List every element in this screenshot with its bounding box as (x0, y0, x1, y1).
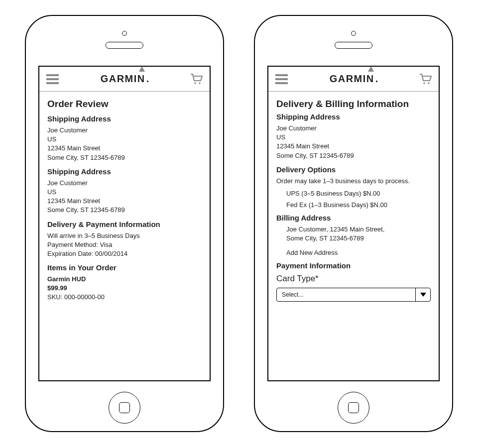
camera-icon (122, 31, 127, 36)
ship-name: Joe Customer (276, 124, 431, 133)
hamburger-icon[interactable] (46, 74, 59, 84)
item-price: $99.99 (47, 284, 202, 293)
brand-delta-icon (368, 66, 374, 72)
expiry-text: Expiration Date: 00/00/2014 (47, 249, 202, 258)
page-title: Order Review (47, 99, 202, 110)
ship-street: 12345 Main Street (47, 197, 202, 206)
app-header: GARMIN. (268, 67, 439, 92)
shipping-address-1: Joe Customer US 12345 Main Street Some C… (47, 126, 202, 162)
payment-method-text: Payment Method: Visa (47, 240, 202, 249)
shipping-address-2: Joe Customer US 12345 Main Street Some C… (47, 179, 202, 215)
shipping-address: Joe Customer US 12345 Main Street Some C… (276, 124, 431, 160)
ship-city: Some City, ST 12345-6789 (47, 153, 202, 162)
billing-line2: Some City, ST 12345-6789 (286, 234, 431, 243)
phone-right: GARMIN. Delivery & Billing Information S… (254, 15, 453, 432)
delivery-option-fedex[interactable]: Fed Ex (1–3 Business Days) $N.00 (276, 201, 431, 209)
speaker-icon (106, 42, 143, 49)
hamburger-icon[interactable] (275, 74, 288, 84)
shipping-address-heading-2: Shipping Address (47, 167, 202, 176)
brand-delta-icon (139, 66, 145, 72)
delivery-option-ups[interactable]: UPS (3–5 Business Days) $N.00 (276, 190, 431, 197)
delivery-payment-info: Will arrive in 3–5 Business Days Payment… (47, 231, 202, 259)
billing-line1: Joe Customer, 12345 Main Street, (286, 225, 431, 234)
phone-top-hardware (255, 16, 452, 64)
page-title: Delivery & Billing Information (276, 99, 431, 110)
home-button[interactable] (338, 392, 369, 424)
camera-icon (351, 31, 356, 36)
screen-left: GARMIN. Order Review Shipping Address Jo… (38, 66, 211, 381)
svg-point-3 (428, 82, 430, 84)
item-sku: SKU: 000-00000-00 (47, 293, 202, 302)
cart-icon[interactable] (420, 74, 432, 85)
home-square-icon (119, 402, 130, 413)
delivery-note: Order may take 1–3 business days to proc… (276, 177, 431, 186)
order-item: Garmin HUD $99.99 SKU: 000-00000-00 (47, 275, 202, 302)
items-heading: Items in Your Order (47, 263, 202, 272)
ship-street: 12345 Main Street (47, 144, 202, 153)
card-type-select[interactable]: Select... (276, 288, 431, 302)
brand-logo[interactable]: GARMIN. (330, 73, 378, 85)
arrival-text: Will arrive in 3–5 Business Days (47, 231, 202, 240)
ship-country: US (47, 135, 202, 144)
svg-point-0 (194, 82, 196, 84)
chevron-down-icon (415, 288, 430, 301)
app-header: GARMIN. (39, 67, 210, 92)
phone-top-hardware (26, 16, 223, 64)
delivery-options-heading: Delivery Options (276, 165, 431, 174)
phone-left: GARMIN. Order Review Shipping Address Jo… (25, 15, 224, 432)
payment-info-heading: Payment Information (276, 261, 431, 270)
item-name: Garmin HUD (47, 275, 202, 284)
ship-name: Joe Customer (47, 126, 202, 135)
delivery-payment-heading: Delivery & Payment Information (47, 220, 202, 228)
ship-country: US (276, 133, 431, 142)
brand-logo[interactable]: GARMIN. (101, 73, 149, 85)
ship-name: Joe Customer (47, 179, 202, 188)
card-type-label: Card Type* (276, 274, 431, 284)
svg-point-2 (423, 82, 425, 84)
phone-bottom-hardware (255, 384, 452, 431)
svg-point-1 (199, 82, 201, 84)
billing-address: Joe Customer, 12345 Main Street, Some Ci… (276, 225, 431, 243)
add-new-address-link[interactable]: Add New Address (276, 249, 431, 256)
ship-country: US (47, 188, 202, 197)
content-left: Order Review Shipping Address Joe Custom… (39, 92, 210, 309)
speaker-icon (335, 42, 372, 49)
screen-right: GARMIN. Delivery & Billing Information S… (267, 66, 440, 381)
ship-street: 12345 Main Street (276, 142, 431, 151)
ship-city: Some City, ST 12345-6789 (276, 151, 431, 160)
cart-icon[interactable] (191, 74, 203, 85)
select-value: Select... (277, 288, 415, 301)
phone-bottom-hardware (26, 384, 223, 431)
ship-city: Some City, ST 12345-6789 (47, 206, 202, 215)
home-square-icon (348, 402, 359, 413)
shipping-address-heading-1: Shipping Address (47, 114, 202, 123)
billing-address-heading: Billing Address (276, 214, 431, 222)
shipping-address-heading: Shipping Address (276, 112, 431, 121)
home-button[interactable] (109, 392, 140, 424)
content-right: Delivery & Billing Information Shipping … (268, 92, 439, 309)
